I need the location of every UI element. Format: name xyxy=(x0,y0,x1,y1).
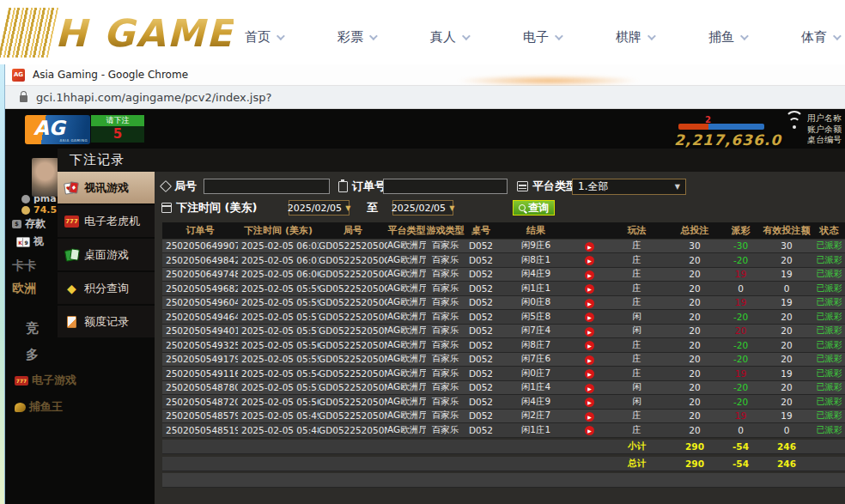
play-video-icon[interactable]: ▶ xyxy=(585,299,594,308)
deposit-icon: $ xyxy=(12,220,21,228)
subtotal-row: 小计 290 -54 246 xyxy=(162,440,845,454)
chevron-down-icon xyxy=(277,32,285,40)
play-video-icon[interactable]: ▶ xyxy=(585,341,594,350)
order-input[interactable] xyxy=(383,179,508,194)
logo-stripes-icon xyxy=(0,8,58,58)
nav-item-live[interactable]: 真人 xyxy=(430,24,468,50)
document-icon xyxy=(64,315,79,329)
chrome-url-bar[interactable]: gci.1hhapi.com/agingame/pcv2/index.jsp? xyxy=(5,86,845,109)
play-video-icon[interactable]: ▶ xyxy=(585,327,594,337)
table-row: 250205054968266 2025-02-05 05:59:55 GD05… xyxy=(162,282,845,296)
table-header: 订单号 下注时间 (美东) 局号 平台类型 游戏类型 桌号 结果 玩法 总投注 xyxy=(162,222,845,239)
tab-slot-machines[interactable]: 777 电子老虎机 xyxy=(58,205,155,237)
play-video-icon[interactable]: ▶ xyxy=(585,369,594,379)
tab-points-query[interactable]: ◆ 积分查询 xyxy=(58,272,155,304)
order-label: 订单号 xyxy=(338,179,386,194)
wifi-icon xyxy=(785,116,804,130)
chevron-down-icon xyxy=(555,32,563,40)
site-logo[interactable]: H GAME xyxy=(3,5,234,60)
lobby-item-europe[interactable]: 欧洲 xyxy=(12,281,36,296)
nav-item-sports[interactable]: 体育 xyxy=(801,24,839,50)
chevron-down-icon xyxy=(833,32,842,40)
dropdown-arrow-icon: ▼ xyxy=(345,204,350,212)
site-header: H GAME 首页 彩票 真人 电子 棋牌 捕鱼 体育 xyxy=(0,0,845,64)
tab-table-games[interactable]: 桌面游戏 xyxy=(58,239,155,270)
nav-item-board[interactable]: 棋牌 xyxy=(616,24,654,50)
play-video-icon[interactable]: ▶ xyxy=(585,256,594,265)
dropdown-arrow-icon: ▼ xyxy=(449,204,454,212)
table-progress-bar xyxy=(678,124,764,130)
lobby-item-jing[interactable]: 竞 xyxy=(26,320,39,337)
chevron-down-icon xyxy=(369,32,378,40)
play-video-icon[interactable]: ▶ xyxy=(585,313,594,322)
table-games-icon xyxy=(64,248,79,262)
playing-card-icon: 9 xyxy=(22,237,30,247)
table-info-labels: 用户名称 账户余额 桌台编号 xyxy=(807,113,845,146)
tab-video-games[interactable]: ♥♦ 视讯游戏 xyxy=(58,172,155,203)
nav-item-slots[interactable]: 电子 xyxy=(523,24,561,50)
search-button[interactable]: 查询 xyxy=(513,200,555,216)
lobby-item-deposit[interactable]: $ 存款 xyxy=(12,216,46,231)
clipboard-icon xyxy=(338,181,348,192)
table-row: 250205064984234 2025-02-05 06:01:27 GD05… xyxy=(162,253,845,268)
logo-text: H GAME xyxy=(55,11,234,55)
window-title: Asia Gaming - Google Chrome xyxy=(33,69,188,81)
modal-tabs: ♥♦ 视讯游戏 777 电子老虎机 桌面游戏 ◆ 积分查询 xyxy=(58,172,155,339)
filter-row-2: 下注时间 (美东) 2025/02/05 ▼ 至 2025/02/05 ▼ xyxy=(161,200,840,216)
jackpot-amount: 2,217,636.0 xyxy=(674,131,781,149)
dropdown-arrow-icon: ▼ xyxy=(675,183,680,191)
play-video-icon[interactable]: ▶ xyxy=(585,284,594,294)
platform-icon xyxy=(517,181,528,191)
table-row: 250205054960473 2025-02-05 05:59:10 GD05… xyxy=(162,295,845,310)
total-row: 总计 290 -54 246 xyxy=(162,457,845,471)
nav-item-home[interactable]: 首页 xyxy=(245,24,283,50)
play-video-icon[interactable]: ▶ xyxy=(585,355,594,365)
screen: H GAME 首页 彩票 真人 电子 棋牌 捕鱼 体育 AG Asia Gami… xyxy=(0,0,845,504)
table-row: 250205054878017 2025-02-05 05:51:15 GD05… xyxy=(162,380,845,395)
table-row: 250205054857940 2025-02-05 05:49:26 GD05… xyxy=(162,409,845,423)
progress-number: 2 xyxy=(705,115,711,124)
ag-lobby-page: AG ASIA GAMING 请下注 5 2 2,217,636.0 用户名称 … xyxy=(5,109,845,504)
fish-icon xyxy=(15,403,26,412)
modal-title: 下注记录 xyxy=(58,149,845,172)
lobby-item-duo[interactable]: 多 xyxy=(26,347,39,363)
bet-prompt: 请下注 xyxy=(91,115,144,126)
nav-item-fishing[interactable]: 捕鱼 xyxy=(708,24,746,50)
date-from-picker[interactable]: 2025/02/05 ▼ xyxy=(289,200,350,216)
person-icon xyxy=(21,195,30,203)
playing-cards-icon: ♥♦ xyxy=(64,181,79,195)
play-video-icon[interactable]: ▶ xyxy=(585,426,594,435)
lobby-item-kaka[interactable]: 卡卡 xyxy=(12,258,36,274)
chrome-title-bar[interactable]: AG Asia Gaming - Google Chrome xyxy=(5,64,845,86)
lobby-item-video[interactable]: K 9 视 xyxy=(16,234,44,249)
empty-row xyxy=(162,473,845,488)
money-icon xyxy=(21,206,30,215)
table-row: 250205064990775 2025-02-05 06:02:04 GD05… xyxy=(162,239,845,253)
user-avatar xyxy=(32,158,58,197)
play-video-icon[interactable]: ▶ xyxy=(585,398,594,407)
chevron-down-icon xyxy=(647,32,656,40)
table-row: 250205054940135 2025-02-05 05:57:15 GD05… xyxy=(162,324,845,338)
modal-content: 局号 订单号 平台类型 1.全部 xyxy=(155,172,845,504)
nav-item-lottery[interactable]: 彩票 xyxy=(337,24,375,50)
table-row: 250205064974897 2025-02-05 06:00:34 GD05… xyxy=(162,267,845,282)
tag-icon xyxy=(160,180,172,192)
filter-row-1: 局号 订单号 平台类型 1.全部 xyxy=(161,179,840,195)
platform-select[interactable]: 1.全部 ▼ xyxy=(572,179,686,195)
chevron-down-icon xyxy=(740,32,749,40)
search-icon xyxy=(519,204,526,211)
table-row: 250205054917997 2025-02-05 05:55:01 GD05… xyxy=(162,352,845,367)
play-video-icon[interactable]: ▶ xyxy=(585,242,594,252)
play-video-icon[interactable]: ▶ xyxy=(585,270,594,280)
lobby-item-fishing[interactable]: 捕鱼王 xyxy=(15,399,63,415)
round-input[interactable] xyxy=(204,179,330,194)
play-video-icon[interactable]: ▶ xyxy=(585,412,594,422)
slot-machine-icon: 777 xyxy=(64,215,79,228)
play-video-icon[interactable]: ▶ xyxy=(585,384,594,393)
bet-countdown-widget: 请下注 5 xyxy=(91,115,144,143)
to-label: 至 xyxy=(367,200,378,216)
calendar-icon xyxy=(161,203,172,213)
tab-credit-records[interactable]: 额度记录 xyxy=(58,306,155,337)
url-text: gci.1hhapi.com/agingame/pcv2/index.jsp? xyxy=(36,91,271,104)
date-to-picker[interactable]: 2025/02/05 ▼ xyxy=(392,200,453,216)
